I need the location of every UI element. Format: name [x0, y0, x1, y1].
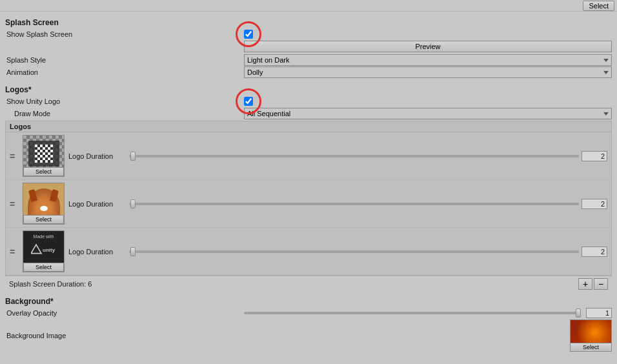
- duration-area-2: Logo Duration 2: [68, 199, 607, 209]
- svg-text:unity: unity: [43, 247, 56, 253]
- logo-row-2: = Select Logo Duration 2: [6, 180, 611, 228]
- logo-select-button-2[interactable]: Select: [23, 215, 64, 224]
- background-header: Background*: [5, 297, 612, 306]
- eq-sign-2: =: [10, 199, 16, 209]
- draw-mode-control: All Sequential Unity Logo Below Custom: [244, 108, 612, 119]
- logo-thumb-3: Made with unity Select: [23, 230, 65, 272]
- duration-value-3: 2: [582, 247, 607, 257]
- splash-style-control: Light on Dark Dark on Light Unity Defaul…: [244, 54, 612, 66]
- bg-image-row: Background Image Select: [5, 319, 612, 352]
- logo-row-3: = Made with unity Select Logo Duration 2: [6, 228, 611, 275]
- logo-thumb-1: Select: [23, 135, 65, 177]
- logo-select-button-1[interactable]: Select: [23, 167, 64, 176]
- duration-area-3: Logo Duration 2: [68, 247, 607, 257]
- animation-row: Animation Dolly Zoom None: [5, 66, 612, 78]
- overlay-opacity-label: Overlay Opacity: [5, 309, 244, 317]
- overlay-opacity-row: Overlay Opacity 1: [5, 307, 612, 319]
- animation-label: Animation: [5, 68, 244, 76]
- top-select-button[interactable]: Select: [583, 1, 614, 11]
- logo-row-1: = Select Logo Duration 2: [6, 132, 611, 180]
- show-unity-checkbox-wrapper: [244, 97, 253, 106]
- animation-control: Dolly Zoom None: [244, 66, 612, 78]
- overlay-opacity-slider[interactable]: [244, 312, 581, 314]
- logos-outer: Logos* Show Unity Logo Draw Mode All Seq…: [0, 85, 617, 292]
- show-splash-control: [244, 30, 612, 39]
- eq-sign-3: =: [10, 247, 16, 257]
- duration-label-2: Logo Duration: [68, 200, 126, 208]
- remove-logo-button[interactable]: −: [594, 278, 608, 290]
- show-splash-row: Show Splash Screen: [5, 28, 612, 40]
- splash-style-select[interactable]: Light on Dark Dark on Light Unity Defaul…: [244, 54, 612, 66]
- bg-image-label: Background Image: [5, 332, 244, 339]
- preview-button[interactable]: Preview: [244, 41, 612, 52]
- duration-label-3: Logo Duration: [68, 248, 126, 256]
- add-logo-button[interactable]: +: [578, 278, 592, 290]
- show-splash-checkbox[interactable]: [244, 30, 253, 39]
- duration-slider-2[interactable]: [129, 203, 579, 205]
- overlay-opacity-value: 1: [586, 308, 612, 318]
- splash-style-row: Splash Style Light on Dark Dark on Light…: [5, 54, 612, 66]
- splash-style-label: Splash Style: [5, 56, 244, 64]
- duration-value-1: 2: [582, 151, 607, 161]
- logo-select-button-3[interactable]: Select: [23, 263, 64, 272]
- background-section: Background* Overlay Opacity 1 Background…: [0, 292, 617, 354]
- draw-mode-row: Draw Mode All Sequential Unity Logo Belo…: [5, 108, 612, 119]
- show-unity-control: [244, 97, 612, 106]
- eq-sign-1: =: [10, 151, 16, 161]
- logos-header: Logos*: [5, 85, 612, 94]
- show-unity-checkbox[interactable]: [244, 97, 253, 106]
- show-unity-row: Show Unity Logo: [5, 96, 612, 107]
- bg-image-select-button[interactable]: Select: [570, 343, 612, 352]
- logos-section-header: Logos: [6, 121, 611, 132]
- splash-screen-header: Splash Screen: [5, 18, 612, 27]
- made-with-text: Made with: [34, 234, 54, 239]
- splash-duration-text: Splash Screen Duration: 6: [9, 280, 92, 288]
- logos-section: Logos = Select Logo Duration 2 =: [5, 121, 612, 276]
- animation-select[interactable]: Dolly Zoom None: [244, 66, 612, 78]
- unity-logo-icon: unity: [31, 240, 57, 259]
- svg-marker-0: [31, 245, 41, 254]
- show-unity-label: Show Unity Logo: [5, 97, 244, 105]
- splash-duration-row: Splash Screen Duration: 6 + −: [5, 276, 612, 292]
- duration-slider-3[interactable]: [129, 250, 579, 253]
- show-splash-label: Show Splash Screen: [5, 30, 244, 38]
- show-splash-checkbox-wrapper: [244, 30, 253, 39]
- preview-row: Preview: [5, 41, 612, 54]
- preview-control: Preview: [244, 41, 612, 54]
- plus-minus-group: + −: [578, 278, 608, 290]
- logo-thumb-2: Select: [23, 183, 65, 225]
- draw-mode-label: Draw Mode: [5, 110, 244, 117]
- duration-label-1: Logo Duration: [68, 152, 126, 160]
- overlay-opacity-control: 1: [244, 308, 612, 318]
- bg-image-control: Select: [244, 319, 612, 352]
- duration-area-1: Logo Duration 2: [68, 151, 607, 161]
- main-panel: Splash Screen Show Splash Screen Preview…: [0, 12, 617, 83]
- duration-value-2: 2: [582, 199, 607, 209]
- bg-image-thumb-wrapper: Select: [570, 319, 612, 352]
- duration-slider-1[interactable]: [129, 155, 579, 157]
- top-bar: Select: [0, 0, 617, 12]
- draw-mode-select[interactable]: All Sequential Unity Logo Below Custom: [244, 108, 612, 119]
